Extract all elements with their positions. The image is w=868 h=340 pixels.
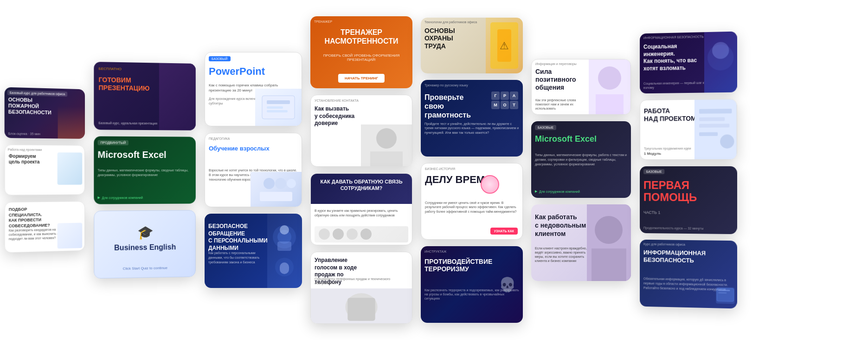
business-english-title: Business English <box>94 242 195 252</box>
trainer-title: ТРЕНАЖЕР НАСМОТРЕННОСТИ <box>314 28 409 46</box>
excel-col6-title: Microsoft Excel <box>535 134 597 144</box>
voice-card[interactable]: Управление голосом в ходе продаж по теле… <box>310 252 412 324</box>
work-project-badge: Треугольник продвижения идеи <box>644 147 691 150</box>
powerpoint-figure <box>255 89 302 126</box>
svg-rect-13 <box>280 262 289 274</box>
counter-terrorism-card[interactable]: ИНСТРУКТАЖ ПРОТИВОДЕЙСТВИЕ ТЕРРОРИЗМУ Ка… <box>421 246 523 323</box>
excel-col2-cta: ▶ Для сотрудников компаний <box>97 196 143 199</box>
fire-safety-badge: Базовый курс для работников офиса <box>7 90 67 97</box>
personal-data-card[interactable]: БЕЗОПАСНОЕ ОБРАЩЕНИЕ С ПЕРСОНАЛЬНЫМИ ДАН… <box>205 214 302 288</box>
tile-t: Т <box>510 101 518 109</box>
excel-col2-cta-text: Для сотрудников компаний <box>102 196 143 199</box>
counter-terrorism-title: ПРОТИВОДЕЙСТВИЕ ТЕРРОРИЗМУ <box>424 258 519 274</box>
infosec-bottom-title: ИНФОРМАЦИОННАЯ БЕЗОПАСНОСТЬ <box>643 249 733 265</box>
infosec-top-desc: Социальная инженерия — первый шаг к взло… <box>643 80 704 90</box>
svg-point-17 <box>319 229 330 240</box>
tile-r: Р <box>501 92 509 100</box>
excel-col2-card[interactable]: ПРОДВИНУТЫЙ Microsoft Excel Типы данных,… <box>94 136 195 204</box>
infosec-top-card[interactable]: ИНФОРМАЦИОННАЯ БЕЗОПАСНОСТЬ Социальная и… <box>640 32 737 94</box>
voice-illustration <box>311 288 412 323</box>
infosec-top-figure <box>704 32 737 93</box>
graduation-icon: 🎓 <box>137 224 154 240</box>
business-english-card[interactable]: 🎓 Business English Click Start Quiz to c… <box>94 210 195 279</box>
fire-safety-2-illustration: ⚠ <box>486 18 523 73</box>
powerpoint-card[interactable]: БАЗОВЫЙ PowerPoint Как с помощью горячих… <box>205 52 302 126</box>
excel-col6-cta: ▶ Для сотрудников компаний <box>535 190 580 193</box>
svg-point-41 <box>720 134 734 148</box>
grammar-card[interactable]: Тренажер по русскому языку Проверьте сво… <box>421 80 523 157</box>
svg-point-6 <box>287 179 296 188</box>
excel-col6-card[interactable]: БАЗОВЫЕ Microsoft Excel Типы данных, мат… <box>531 121 631 198</box>
first-aid-part: ЧАСТЬ 1 <box>643 210 660 215</box>
positive-comm-desc: Как эти рефлексные слова помогают нам и … <box>535 98 589 111</box>
feedback-desc: В курсе вы узнаете как правильно реагиро… <box>315 209 408 218</box>
svg-rect-7 <box>260 192 292 201</box>
business-time-cta[interactable]: УЗНАТЬ КАК <box>490 228 518 235</box>
trainer-subtitle: ПРОВЕРЬ СВОЙ УРОВЕНЬ ОФОРМЛЕНИЯ ПРЕЗЕНТА… <box>314 53 409 62</box>
preparing-figure <box>159 63 196 130</box>
excel-col2-title: Microsoft Excel <box>97 149 166 160</box>
trainer-card[interactable]: ТРЕНАЖЕР ТРЕНАЖЕР НАСМОТРЕННОСТИ ПРОВЕРЬ… <box>310 16 412 88</box>
personal-data-illustration <box>267 214 302 288</box>
excel-col6-cta-icon: ▶ <box>535 190 537 193</box>
voice-figure <box>311 288 412 323</box>
feedback-card[interactable]: КАК ДАВАТЬ ОБРАТНУЮ СВЯЗЬ СОТРУДНИКАМ? В… <box>310 173 412 245</box>
course-carousel: Базовый курс для работников офиса ОСНОВЫ… <box>5 16 863 324</box>
svg-rect-40 <box>699 132 718 136</box>
column-5: Технологии для работников офиса ОСНОВЫ О… <box>421 18 523 323</box>
tile-g: Г <box>491 92 500 100</box>
infosec-bottom-illustration <box>716 287 734 304</box>
svg-rect-29 <box>596 94 624 114</box>
business-time-card[interactable]: БИЗНЕС-ИСТОРИЯ ДЕЛУ ВРЕМЯ Сотрудники не … <box>421 163 523 240</box>
tile-m: М <box>491 101 500 109</box>
infosec-bottom-card[interactable]: Курс для работников офиса ИНФОРМАЦИОННАЯ… <box>640 240 737 309</box>
column-2: БЕСПЛАТНО ГОТОВИМ ПРЕЗЕНТАЦИЮ Базовый ку… <box>94 62 195 279</box>
fire-safety-2-title: ОСНОВЫ ОХРАНЫ ТРУДА <box>424 27 455 50</box>
project-goal-badge: Работа над проектами <box>8 148 42 151</box>
trust-card[interactable]: УСТАНОВЛЕНИЕ КОНТАКТА Как вызвать у собе… <box>310 95 412 167</box>
personal-data-figure <box>267 214 302 288</box>
infosec-top-badge: ИНФОРМАЦИОННАЯ БЕЗОПАСНОСТЬ <box>643 35 704 39</box>
positive-comm-card[interactable]: Информация и переговоры Сила позитивного… <box>531 59 631 115</box>
fire-safety-duration: Блок-оценка · 35 мин <box>8 132 40 136</box>
project-goal-figure <box>58 152 83 185</box>
svg-rect-38 <box>699 117 725 121</box>
column-6: Информация и переговоры Сила позитивного… <box>531 59 631 281</box>
svg-rect-2 <box>267 106 283 109</box>
positive-comm-title: Сила позитивного общения <box>535 68 589 91</box>
trainer-cta[interactable]: НАЧАТЬ ТРЕНИНГ <box>338 74 385 83</box>
trust-badge: УСТАНОВЛЕНИЕ КОНТАКТА <box>315 99 359 102</box>
svg-rect-37 <box>699 109 732 114</box>
tile-a: А <box>510 92 518 100</box>
trainer-badge: ТРЕНАЖЕР <box>314 20 332 23</box>
svg-point-28 <box>598 66 621 90</box>
clock-icon <box>481 175 499 194</box>
project-goal-card[interactable]: Работа над проектами Формируем цель прое… <box>5 144 85 195</box>
work-project-figure <box>694 99 737 159</box>
unhappy-client-card[interactable]: Как работать с недовольным клиентом Если… <box>531 204 631 281</box>
fire-safety-card[interactable]: Базовый курс для работников офиса ОСНОВЫ… <box>5 87 85 139</box>
positive-comm-illustration <box>589 59 630 114</box>
tile-o: О <box>501 101 509 109</box>
svg-rect-11 <box>277 242 291 251</box>
adult-learning-title-text: Обучение <box>209 145 240 152</box>
feedback-illustration <box>315 226 408 242</box>
svg-rect-1 <box>267 100 290 104</box>
specialist-card[interactable]: ПОДБОР СПЕЦИАЛИСТА. КАК ПРОВЕСТИ СОБЕСЕД… <box>5 201 85 253</box>
preparing-card[interactable]: БЕСПЛАТНО ГОТОВИМ ПРЕЗЕНТАЦИЮ Базовый ку… <box>94 62 195 131</box>
preparing-desc: Базовый курс, идеальная презентация <box>98 121 159 125</box>
feedback-title: КАК ДАВАТЬ ОБРАТНУЮ СВЯЗЬ СОТРУДНИКАМ? <box>315 178 408 192</box>
trust-illustration <box>361 124 412 166</box>
excel-col2-cta-icon: ▶ <box>97 196 100 199</box>
first-aid-card[interactable]: БАЗОВЫЕ ПЕРВАЯ ПОМОЩЬ ЧАСТЬ 1 Продолжите… <box>640 166 737 234</box>
specialist-figure <box>58 223 83 249</box>
business-time-badge: БИЗНЕС-ИСТОРИЯ <box>425 167 455 170</box>
fire-safety-2-card[interactable]: Технологии для работников офиса ОСНОВЫ О… <box>421 18 523 73</box>
grammar-badge: Тренажер по русскому языку <box>424 84 468 87</box>
unhappy-client-title: Как работать с недовольным клиентом <box>535 213 589 238</box>
business-english-subtitle: Click Start Quiz to continue <box>94 265 195 271</box>
adult-learning-card[interactable]: ПЕДАГОГИКА Обучение взрослых Взрослые не… <box>205 133 302 207</box>
work-project-card[interactable]: РАБОТА НАД ПРОЕКТОМ Треугольник продвиже… <box>640 99 737 160</box>
svg-rect-43 <box>718 289 730 291</box>
adult-learning-title: Обучение взрослых <box>209 145 298 152</box>
